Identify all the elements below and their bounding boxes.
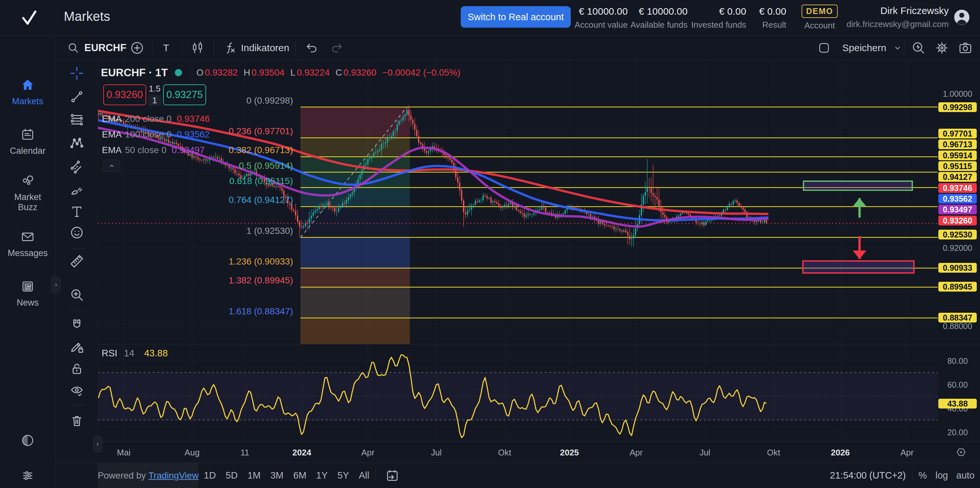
time-label[interactable]: Mai — [104, 448, 143, 458]
tool-emoji[interactable] — [69, 225, 84, 240]
sidebar-item-label: Calendar — [0, 146, 55, 156]
tool-draw-lock[interactable] — [69, 340, 84, 354]
time-label[interactable]: Aug — [173, 448, 212, 458]
preferences-button[interactable] — [21, 469, 35, 483]
tool-zoom-in[interactable] — [69, 287, 84, 302]
ohlc-key: L — [290, 67, 296, 78]
tool-ruler[interactable] — [69, 254, 84, 269]
ema-legend-row[interactable]: EMA200 close 00.93746 — [102, 114, 210, 125]
tool-eye[interactable] — [69, 383, 84, 398]
range-button-3m[interactable]: 3M — [270, 470, 283, 481]
tool-crosshair[interactable] — [69, 66, 84, 81]
contrast-icon — [21, 433, 35, 448]
chart-canvas[interactable] — [98, 60, 938, 442]
tool-fib-retracement[interactable] — [69, 112, 84, 128]
demand-zone-box[interactable] — [803, 261, 914, 273]
account-group-value: € 10000.00 — [575, 6, 628, 17]
symbol-search-button[interactable]: EURCHF — [67, 35, 126, 60]
chart-style-button[interactable] — [191, 35, 204, 60]
range-button-1d[interactable]: 1D — [204, 470, 216, 481]
sidebar-item-news[interactable]: News — [0, 279, 55, 308]
save-layout-button[interactable]: Speichern — [842, 35, 902, 60]
sidebar-item-markets[interactable]: Markets — [0, 78, 55, 107]
undo-button[interactable] — [305, 35, 318, 60]
theme-contrast-button[interactable] — [21, 433, 35, 448]
time-label[interactable]: Okt — [754, 448, 793, 458]
rsi-name[interactable]: RSI — [102, 348, 117, 358]
tool-xabcd-pattern[interactable] — [69, 136, 84, 151]
session-clock[interactable]: 21:54:00 (UTC+2) — [830, 463, 906, 488]
layout-select-button[interactable] — [818, 35, 830, 60]
pane-separator[interactable] — [98, 344, 980, 344]
watchlist-expand-tab[interactable]: › — [51, 277, 60, 293]
tool-magnet[interactable] — [69, 317, 84, 333]
time-label[interactable]: 11 — [225, 448, 264, 458]
axis-price-badge: 0.97701 — [938, 129, 977, 139]
percent-scale-button[interactable]: % — [918, 463, 927, 488]
go-to-date-icon[interactable] — [385, 469, 399, 483]
range-button-5y[interactable]: 5Y — [337, 470, 349, 481]
ema-legend-row[interactable]: EMA100 close 00.93562 — [102, 129, 210, 140]
broker-logo-icon[interactable] — [19, 7, 40, 28]
avatar[interactable] — [953, 8, 971, 26]
spread-indicator: 1.5 1 — [146, 84, 163, 106]
supply-zone-box[interactable] — [803, 181, 912, 190]
page-title: Markets — [64, 9, 110, 24]
time-label-year[interactable]: 2024 — [282, 448, 321, 458]
interval-button[interactable]: T — [163, 35, 169, 60]
tradingview-link[interactable]: TradingView — [148, 470, 199, 481]
time-label[interactable]: Apr — [348, 448, 387, 458]
axis-price-label: 1.00000 — [938, 89, 977, 99]
account-group: € 10000.00Available funds — [630, 6, 687, 30]
time-label[interactable]: Okt — [485, 448, 524, 458]
time-label[interactable]: Apr — [617, 448, 656, 458]
fib-label: 1.236 (0.90933) — [98, 257, 293, 267]
log-scale-button[interactable]: log — [935, 463, 948, 488]
quick-search-button[interactable] — [911, 35, 926, 60]
range-button-all[interactable]: All — [359, 470, 369, 481]
axis-price-badge: 0.95115 — [938, 161, 977, 171]
flash-search-icon — [911, 41, 926, 55]
price-axis[interactable]: 1.000000.992980.977010.967130.959140.951… — [938, 60, 980, 442]
time-label[interactable]: Jul — [417, 448, 456, 458]
tool-trendline[interactable] — [69, 89, 84, 104]
sidebar-item-calendar[interactable]: Calendar — [0, 127, 55, 156]
tool-text[interactable] — [69, 204, 84, 219]
sidebar-item-messages[interactable]: Messages — [0, 229, 55, 258]
time-label[interactable]: Jul — [685, 448, 724, 458]
symbol-interval-label[interactable]: EURCHF · 1T — [101, 67, 168, 79]
range-button-1m[interactable]: 1M — [247, 470, 261, 481]
axis-price-badge: 0.93260 — [938, 216, 977, 225]
time-label-year[interactable]: 2026 — [821, 448, 860, 458]
up-arrow[interactable] — [853, 198, 866, 218]
range-button-5d[interactable]: 5D — [226, 470, 238, 481]
ema-legend-row[interactable]: EMA50 close 00.93497 — [102, 145, 205, 156]
screenshot-button[interactable] — [958, 35, 972, 60]
tool-brush[interactable] — [69, 182, 84, 198]
ema-params: 50 close 0 — [125, 145, 167, 155]
range-button-1y[interactable]: 1Y — [316, 470, 328, 481]
toolbar-collapse-tab[interactable]: ‹ — [93, 436, 102, 452]
buy-button[interactable]: 0.93275 — [163, 85, 206, 105]
switch-to-real-account-button[interactable]: Switch to Real account — [461, 6, 571, 28]
market-status-icon[interactable] — [175, 69, 182, 76]
legend-collapse-button[interactable] — [103, 159, 120, 172]
indicators-button[interactable]: Indikatoren — [223, 35, 289, 60]
tool-parallel-channel[interactable] — [69, 159, 84, 174]
axis-price-badge: 0.93562 — [938, 194, 977, 204]
account-group-label: Invested funds — [691, 20, 746, 30]
chart-settings-button[interactable] — [935, 35, 949, 60]
time-label[interactable]: Apr — [888, 448, 927, 458]
tool-trash[interactable] — [69, 413, 84, 428]
sell-button[interactable]: 0.93260 — [103, 85, 146, 105]
redo-button[interactable] — [330, 35, 344, 60]
auto-scale-button[interactable]: auto — [956, 463, 974, 488]
tool-lock[interactable] — [69, 361, 84, 376]
time-axis[interactable]: MaiAug112024AprJulOkt2025AprJulOkt2026Ap… — [98, 442, 980, 463]
compare-add-symbol-button[interactable] — [130, 35, 144, 60]
zoom-in-icon — [69, 287, 84, 302]
sidebar-item-market-buzz[interactable]: Market Buzz — [0, 173, 55, 212]
range-button-6m[interactable]: 6M — [293, 470, 306, 481]
time-label-year[interactable]: 2025 — [550, 448, 589, 458]
axis-settings-icon[interactable] — [954, 445, 968, 459]
